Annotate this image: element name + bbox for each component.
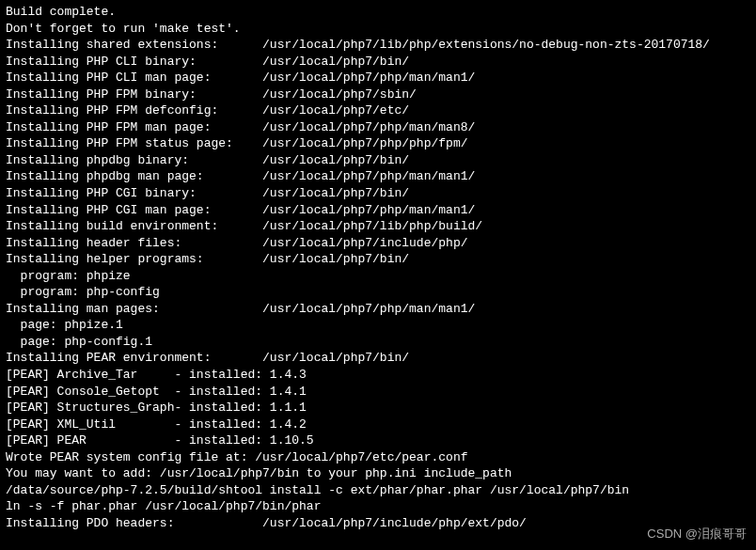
terminal-line: ln -s -f phar.phar /usr/local/php7/bin/p…: [6, 498, 750, 515]
terminal-line: You may want to add: /usr/local/php7/bin…: [6, 465, 750, 482]
terminal-line: Build complete.: [6, 4, 750, 21]
terminal-line: [PEAR] Archive_Tar - installed: 1.4.3: [6, 367, 750, 384]
terminal-output: Build complete.Don't forget to run 'make…: [6, 4, 750, 532]
terminal-line: Installing PHP CLI man page: /usr/local/…: [6, 70, 750, 86]
terminal-line: Installing PHP FPM man page: /usr/local/…: [6, 119, 750, 136]
terminal-line: program: phpize: [6, 268, 750, 285]
terminal-line: Installing phpdbg binary: /usr/local/php…: [6, 152, 750, 169]
terminal-line: Installing build environment: /usr/local…: [6, 218, 750, 235]
terminal-line: /data/source/php-7.2.5/build/shtool inst…: [6, 482, 750, 499]
terminal-line: Installing PHP FPM defconfig: /usr/local…: [6, 102, 750, 119]
terminal-line: Installing PHP CGI man page: /usr/local/…: [6, 202, 750, 219]
terminal-line: Installing helper programs: /usr/local/p…: [6, 251, 750, 268]
terminal-line: Installing phpdbg man page: /usr/local/p…: [6, 168, 750, 185]
terminal-line: page: phpize.1: [6, 317, 750, 334]
terminal-line: page: php-config.1: [6, 334, 750, 351]
terminal-line: Don't forget to run 'make test'.: [6, 21, 750, 38]
watermark-text: CSDN @泪痕哥哥: [647, 526, 747, 542]
terminal-line: Installing PHP FPM binary: /usr/local/ph…: [6, 86, 750, 103]
terminal-line: program: php-config: [6, 284, 750, 301]
terminal-line: Installing PHP CLI binary: /usr/local/ph…: [6, 54, 750, 71]
terminal-line: Installing man pages: /usr/local/php7/ph…: [6, 301, 750, 318]
terminal-line: Installing PHP CGI binary: /usr/local/ph…: [6, 185, 750, 202]
terminal-line: Wrote PEAR system config file at: /usr/l…: [6, 449, 750, 466]
terminal-line: [PEAR] XML_Util - installed: 1.4.2: [6, 416, 750, 433]
terminal-line: Installing header files: /usr/local/php7…: [6, 235, 750, 252]
terminal-line: Installing PDO headers: /usr/local/php7/…: [6, 515, 750, 532]
terminal-line: Installing shared extensions: /usr/local…: [6, 37, 750, 54]
terminal-line: [PEAR] Structures_Graph- installed: 1.1.…: [6, 400, 750, 416]
terminal-line: Installing PHP FPM status page: /usr/loc…: [6, 135, 750, 152]
terminal-line: [PEAR] PEAR - installed: 1.10.5: [6, 432, 750, 449]
terminal-line: [PEAR] Console_Getopt - installed: 1.4.1: [6, 384, 750, 401]
terminal-line: Installing PEAR environment: /usr/local/…: [6, 350, 750, 367]
